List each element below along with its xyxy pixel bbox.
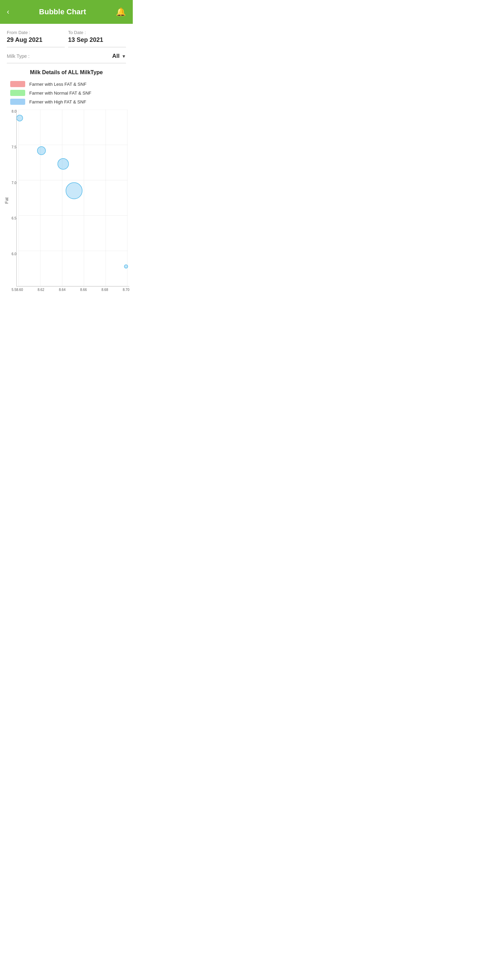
milk-type-row: Milk Type : All ▼ [0, 47, 133, 63]
to-date-underline [68, 47, 126, 47]
chart-legend: Farmer with Less FAT & SNF Farmer with N… [3, 81, 129, 105]
from-date-underline [7, 47, 65, 47]
y-label-60: 6.0 [10, 252, 16, 256]
chart-svg [16, 110, 129, 286]
y-label-8: 8.0 [10, 110, 16, 113]
chevron-down-icon: ▼ [121, 54, 126, 59]
legend-label-less: Farmer with Less FAT & SNF [29, 82, 86, 87]
legend-color-less [10, 81, 25, 87]
bubble-3 [58, 159, 69, 169]
from-date-label: From Date : [7, 30, 65, 35]
y-label-65: 6.5 [10, 216, 16, 220]
milk-type-selected: All [112, 53, 120, 60]
y-axis-title: Fat [4, 197, 9, 204]
bubble-5 [124, 265, 128, 268]
y-axis-title-container: Fat [3, 110, 10, 292]
to-date-label: To Date : [68, 30, 126, 35]
to-date-col: To Date : 13 Sep 2021 [68, 30, 126, 47]
bubble-2 [37, 147, 46, 155]
y-label-75: 7.5 [10, 145, 16, 149]
legend-label-normal: Farmer with Normal FAT & SNF [29, 91, 91, 95]
milk-type-dropdown[interactable]: All ▼ [112, 53, 126, 60]
bubble-4 [66, 183, 82, 199]
chart-section: Milk Details of ALL MilkType Farmer with… [0, 63, 133, 308]
legend-color-high [10, 99, 25, 105]
chart-wrapper: Fat 8.0 7.5 7.0 6.5 6.0 5.5 [3, 110, 129, 301]
x-label-868: 8.68 [102, 288, 108, 292]
legend-item-high: Farmer with High FAT & SNF [10, 99, 123, 105]
x-label-864: 8.64 [59, 288, 65, 292]
from-date-value[interactable]: 29 Aug 2021 [7, 37, 65, 43]
x-axis-labels: 8.60 8.62 8.64 8.66 8.68 8.70 [16, 286, 129, 292]
y-label-70: 7.0 [10, 181, 16, 185]
legend-label-high: Farmer with High FAT & SNF [29, 99, 86, 105]
x-label-870: 8.70 [123, 288, 129, 292]
legend-item-normal: Farmer with Normal FAT & SNF [10, 90, 123, 96]
bubble-1 [17, 115, 23, 121]
page-title: Bubble Chart [39, 8, 86, 16]
chart-title: Milk Details of ALL MilkType [3, 69, 129, 76]
legend-item-less: Farmer with Less FAT & SNF [10, 81, 123, 87]
legend-color-normal [10, 90, 25, 96]
y-axis-labels: 8.0 7.5 7.0 6.5 6.0 5.5 [10, 110, 16, 292]
x-label-860: 8.60 [16, 288, 23, 292]
date-filter-row: From Date : 29 Aug 2021 To Date : 13 Sep… [0, 24, 133, 47]
from-date-col: From Date : 29 Aug 2021 [7, 30, 65, 47]
to-date-value[interactable]: 13 Sep 2021 [68, 37, 126, 43]
notification-icon[interactable]: 🔔 [116, 7, 126, 17]
x-label-862: 8.62 [38, 288, 44, 292]
x-label-866: 8.66 [80, 288, 87, 292]
y-label-55: 5.5 [10, 288, 16, 292]
milk-type-label: Milk Type : [7, 53, 112, 59]
chart-plot-area: 8.60 8.62 8.64 8.66 8.68 8.70 [16, 110, 129, 292]
app-header: ‹ Bubble Chart 🔔 [0, 0, 133, 24]
back-button[interactable]: ‹ [7, 8, 9, 16]
